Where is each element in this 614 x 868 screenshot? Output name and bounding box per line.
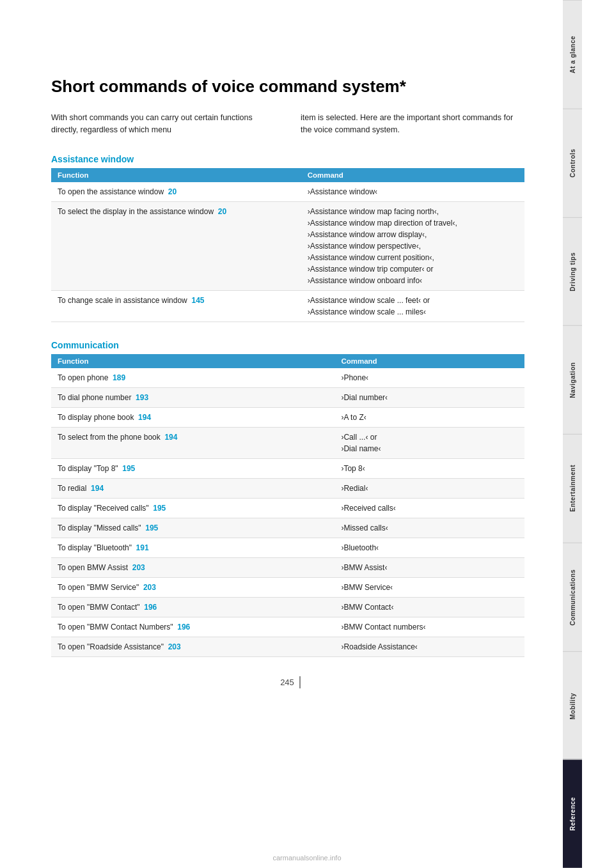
page-ref: 203 <box>143 583 156 592</box>
function-cell: To display "Received calls" 195 <box>51 498 335 518</box>
intro-section: With short commands you can carry out ce… <box>51 112 524 136</box>
side-tab-controls[interactable]: Controls <box>563 109 582 217</box>
page-ref: 195 <box>145 523 158 532</box>
function-cell: To display phone book 194 <box>51 407 335 427</box>
function-cell: To redial 194 <box>51 478 335 498</box>
intro-right: item is selected. Here are the important… <box>301 112 524 136</box>
function-cell: To open the assistance window 20 <box>51 182 301 202</box>
page-container: Short commands of voice command system* … <box>0 0 614 868</box>
function-cell: To select the display in the assistance … <box>51 201 301 290</box>
page-ref: 20 <box>218 207 226 216</box>
page-ref: 145 <box>191 296 204 305</box>
page-ref: 195 <box>153 504 166 513</box>
table-row: To display "Received calls" 195›Received… <box>51 498 524 518</box>
command-cell: ›Redial‹ <box>335 478 524 498</box>
communication-section: Communication Function Command To open p… <box>51 340 524 657</box>
page-ref: 195 <box>122 464 135 473</box>
table-row: To open "BMW Service" 203›BMW Service‹ <box>51 577 524 597</box>
page-ref: 193 <box>136 393 148 402</box>
command-cell: ›Assistance window‹ <box>301 182 524 202</box>
watermark: carmanualsonline.info <box>0 854 614 862</box>
table-row: To open the assistance window 20›Assista… <box>51 182 524 202</box>
function-cell: To open "BMW Service" 203 <box>51 577 335 597</box>
table-row: To open phone 189›Phone‹ <box>51 368 524 388</box>
function-cell: To open phone 189 <box>51 368 335 388</box>
function-cell: To open BMW Assist 203 <box>51 557 335 577</box>
command-cell: ›Assistance window map facing north‹, ›A… <box>301 201 524 290</box>
communication-heading: Communication <box>51 340 524 350</box>
assistance-window-section: Assistance window Function Command To op… <box>51 154 524 322</box>
command-cell: ›Phone‹ <box>335 368 524 388</box>
comm-col1-header: Function <box>51 354 335 368</box>
table-row: To open BMW Assist 203›BMW Assist‹ <box>51 557 524 577</box>
command-cell: ›Received calls‹ <box>335 498 524 518</box>
function-cell: To display "Missed calls" 195 <box>51 518 335 538</box>
command-cell: ›Top 8‹ <box>335 458 524 478</box>
intro-left: With short commands you can carry out ce… <box>51 112 275 136</box>
function-cell: To select from the phone book 194 <box>51 427 335 458</box>
page-ref: 203 <box>168 642 181 651</box>
command-cell: ›Bluetooth‹ <box>335 538 524 557</box>
table-row: To open "BMW Contact Numbers" 196›BMW Co… <box>51 617 524 637</box>
page-ref: 194 <box>91 484 104 493</box>
table-row: To display "Top 8" 195›Top 8‹ <box>51 458 524 478</box>
function-cell: To display "Bluetooth" 191 <box>51 538 335 557</box>
function-cell: To open "BMW Contact" 196 <box>51 597 335 617</box>
communication-table: Function Command To open phone 189›Phone… <box>51 354 524 657</box>
table-row: To display "Bluetooth" 191›Bluetooth‹ <box>51 538 524 557</box>
side-tab-entertainment[interactable]: Entertainment <box>563 434 582 543</box>
comm-col2-header: Command <box>335 354 524 368</box>
table-row: To select the display in the assistance … <box>51 201 524 290</box>
function-cell: To open "BMW Contact Numbers" 196 <box>51 617 335 637</box>
table-row: To open "BMW Contact" 196›BMW Contact‹ <box>51 597 524 617</box>
table-row: To dial phone number 193›Dial number‹ <box>51 387 524 407</box>
page-number: 245 <box>275 676 301 688</box>
command-cell: ›Call ...‹ or ›Dial name‹ <box>335 427 524 458</box>
page-ref: 194 <box>164 433 177 442</box>
page-ref: 196 <box>177 623 190 632</box>
page-ref: 194 <box>138 413 151 422</box>
command-cell: ›BMW Service‹ <box>335 577 524 597</box>
command-cell: ›Assistance window scale ... feet‹ or ›A… <box>301 290 524 322</box>
command-cell: ›A to Z‹ <box>335 407 524 427</box>
table-row: To display phone book 194›A to Z‹ <box>51 407 524 427</box>
assistance-window-heading: Assistance window <box>51 154 524 164</box>
command-cell: ›BMW Contact numbers‹ <box>335 617 524 637</box>
command-cell: ›Missed calls‹ <box>335 518 524 538</box>
side-tabs: At a glanceControlsDriving tipsNavigatio… <box>563 0 582 868</box>
side-tab-at-a-glance[interactable]: At a glance <box>563 0 582 109</box>
table-row: To open "Roadside Assistance" 203›Roadsi… <box>51 637 524 656</box>
page-ref: 189 <box>113 373 125 382</box>
page-ref: 20 <box>168 187 177 196</box>
command-cell: ›Dial number‹ <box>335 387 524 407</box>
side-tab-communications[interactable]: Communications <box>563 543 582 651</box>
function-cell: To display "Top 8" 195 <box>51 458 335 478</box>
table-row: To change scale in assistance window 145… <box>51 290 524 322</box>
aw-col2-header: Command <box>301 168 524 182</box>
main-content: Short commands of voice command system* … <box>0 0 563 868</box>
page-number-bar: 245 <box>51 676 524 688</box>
page-ref: 196 <box>144 603 157 612</box>
command-cell: ›BMW Contact‹ <box>335 597 524 617</box>
table-row: To select from the phone book 194›Call .… <box>51 427 524 458</box>
function-cell: To dial phone number 193 <box>51 387 335 407</box>
side-tab-navigation[interactable]: Navigation <box>563 325 582 434</box>
aw-col1-header: Function <box>51 168 301 182</box>
command-cell: ›BMW Assist‹ <box>335 557 524 577</box>
page-ref: 203 <box>132 563 145 572</box>
page-title: Short commands of voice command system* <box>51 77 524 97</box>
function-cell: To change scale in assistance window 145 <box>51 290 301 322</box>
page-ref: 191 <box>136 543 149 552</box>
side-tab-mobility[interactable]: Mobility <box>563 651 582 760</box>
side-tab-driving-tips[interactable]: Driving tips <box>563 217 582 326</box>
function-cell: To open "Roadside Assistance" 203 <box>51 637 335 656</box>
command-cell: ›Roadside Assistance‹ <box>335 637 524 656</box>
table-row: To redial 194›Redial‹ <box>51 478 524 498</box>
assistance-window-table: Function Command To open the assistance … <box>51 168 524 322</box>
table-row: To display "Missed calls" 195›Missed cal… <box>51 518 524 538</box>
side-tab-reference[interactable]: Reference <box>563 759 582 868</box>
